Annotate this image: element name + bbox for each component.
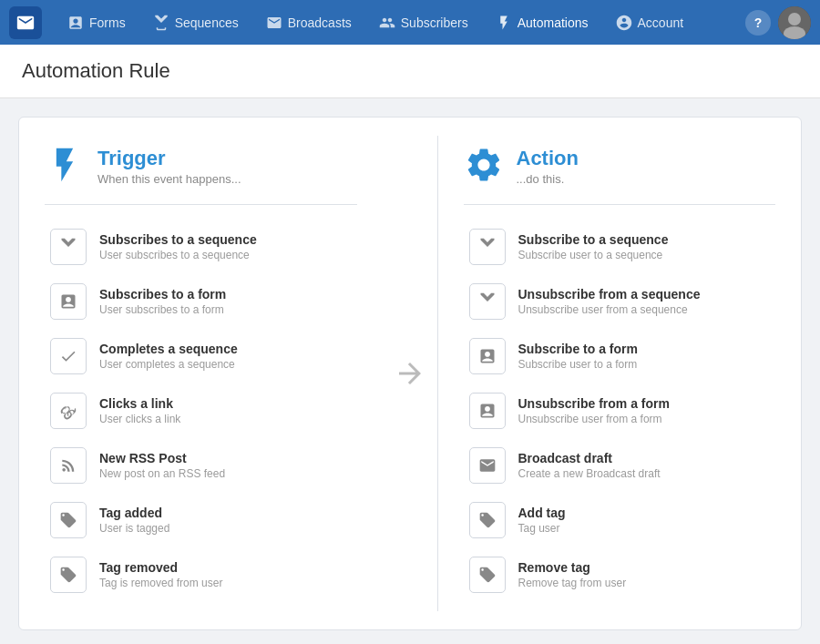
nav-item-subscribers[interactable]: Subscribers: [366, 9, 481, 36]
arrow-connector: [383, 118, 437, 629]
new-rss-text: New RSS Post New post on an RSS feed: [99, 451, 225, 480]
subscribes-form-desc: User subscribes to a form: [99, 303, 226, 316]
svg-point-1: [788, 13, 801, 26]
nav-label-account: Account: [638, 15, 684, 30]
tag-added-desc: User is tagged: [99, 522, 169, 535]
action-separator: [464, 204, 776, 205]
trigger-header: Trigger When this event happens...: [45, 145, 357, 188]
nav-item-forms[interactable]: Forms: [55, 9, 138, 36]
action-panel: Action ...do this. Subscribe to a sequen…: [438, 118, 802, 629]
add-tag-desc: Tag user: [518, 522, 566, 535]
page-title: Automation Rule: [22, 59, 798, 83]
completes-sequence-icon: [50, 338, 87, 374]
completes-sequence-desc: User completes a sequence: [99, 358, 238, 371]
subscribe-form-text: Subscribe to a form Subscribe user to a …: [518, 342, 638, 371]
subscribe-sequence-desc: Subscribe user to a sequence: [518, 249, 669, 261]
subscribe-sequence-text: Subscribe to a sequence Subscribe user t…: [518, 232, 669, 261]
completes-sequence-text: Completes a sequence User completes a se…: [99, 342, 238, 371]
add-tag-text: Add tag Tag user: [518, 506, 566, 535]
broadcast-draft-icon: [469, 447, 506, 484]
svg-point-3: [62, 468, 66, 472]
trigger-title-group: Trigger When this event happens...: [97, 147, 241, 186]
new-rss-desc: New post on an RSS feed: [99, 467, 225, 480]
subscribe-sequence-label: Subscribe to a sequence: [518, 232, 669, 247]
action-title-group: Action ...do this.: [517, 147, 579, 186]
trigger-item-tag-added[interactable]: Tag added User is tagged: [45, 493, 357, 547]
action-header: Action ...do this.: [464, 145, 776, 188]
clicks-link-icon: [50, 393, 87, 429]
action-item-broadcast-draft[interactable]: Broadcast draft Create a new Broadcast d…: [464, 438, 776, 493]
nav-label-sequences: Sequences: [175, 15, 239, 30]
nav-item-automations[interactable]: Automations: [483, 9, 601, 36]
subscribe-form-label: Subscribe to a form: [518, 342, 638, 356]
unsubscribe-form-icon: [469, 393, 506, 429]
unsubscribe-form-label: Unsubscribe from a form: [518, 396, 670, 411]
action-item-unsubscribe-form[interactable]: Unsubscribe from a form Unsubscribe user…: [464, 383, 776, 438]
nav-label-broadcasts: Broadcasts: [288, 15, 352, 30]
trigger-item-tag-removed[interactable]: Tag removed Tag is removed from user: [45, 547, 357, 602]
action-item-unsubscribe-sequence[interactable]: Unsubscribe from a sequence Unsubscribe …: [464, 274, 776, 329]
trigger-item-completes-sequence[interactable]: Completes a sequence User completes a se…: [45, 329, 357, 383]
clicks-link-desc: User clicks a link: [99, 413, 180, 425]
tag-added-text: Tag added User is tagged: [99, 506, 169, 535]
trigger-panel: Trigger When this event happens... Subsc…: [19, 118, 383, 629]
subscribe-form-desc: Subscribe user to a form: [518, 358, 638, 371]
nav-label-subscribers: Subscribers: [401, 15, 468, 30]
tag-removed-trigger-icon: [50, 557, 87, 593]
subscribes-sequence-desc: User subscribes to a sequence: [99, 249, 257, 261]
tag-added-label: Tag added: [99, 506, 169, 520]
remove-tag-text: Remove tag Remove tag from user: [518, 560, 627, 589]
clicks-link-label: Clicks a link: [99, 396, 180, 411]
action-item-add-tag[interactable]: Add tag Tag user: [464, 493, 776, 547]
new-rss-label: New RSS Post: [99, 451, 225, 465]
nav-item-sequences[interactable]: Sequences: [140, 9, 251, 36]
unsubscribe-sequence-icon: [469, 283, 506, 320]
rule-card: Trigger When this event happens... Subsc…: [18, 117, 802, 630]
subscribes-sequence-label: Subscribes to a sequence: [99, 232, 257, 247]
nav-help-button[interactable]: ?: [745, 10, 771, 36]
unsubscribe-sequence-text: Unsubscribe from a sequence Unsubscribe …: [518, 287, 701, 316]
unsubscribe-sequence-desc: Unsubscribe user from a sequence: [518, 303, 701, 316]
action-item-remove-tag[interactable]: Remove tag Remove tag from user: [464, 547, 776, 602]
action-title: Action: [517, 147, 579, 170]
nav-items: Forms Sequences Broadcasts Subscribers A…: [55, 9, 745, 36]
action-item-subscribe-form[interactable]: Subscribe to a form Subscribe user to a …: [464, 329, 776, 383]
tag-removed-trigger-label: Tag removed: [99, 560, 222, 575]
nav-label-forms: Forms: [89, 15, 126, 30]
nav-avatar[interactable]: [778, 6, 811, 39]
nav-item-broadcasts[interactable]: Broadcasts: [253, 9, 364, 36]
add-tag-icon: [469, 502, 506, 538]
broadcast-draft-desc: Create a new Broadcast draft: [518, 467, 661, 480]
unsubscribe-form-text: Unsubscribe from a form Unsubscribe user…: [518, 396, 670, 425]
nav-logo[interactable]: [9, 6, 42, 39]
navbar: Forms Sequences Broadcasts Subscribers A…: [0, 0, 820, 45]
unsubscribe-sequence-label: Unsubscribe from a sequence: [518, 287, 701, 302]
trigger-separator: [45, 204, 357, 205]
action-icon: [464, 145, 504, 188]
remove-tag-label: Remove tag: [518, 560, 627, 575]
trigger-item-subscribes-sequence[interactable]: Subscribes to a sequence User subscribes…: [45, 220, 357, 274]
nav-item-account[interactable]: Account: [603, 9, 697, 36]
clicks-link-text: Clicks a link User clicks a link: [99, 396, 180, 425]
tag-removed-trigger-text: Tag removed Tag is removed from user: [99, 560, 222, 589]
subscribes-form-label: Subscribes to a form: [99, 287, 226, 302]
remove-tag-desc: Remove tag from user: [518, 577, 627, 589]
broadcast-draft-label: Broadcast draft: [518, 451, 661, 465]
trigger-item-clicks-link[interactable]: Clicks a link User clicks a link: [45, 383, 357, 438]
action-item-subscribe-sequence[interactable]: Subscribe to a sequence Subscribe user t…: [464, 220, 776, 274]
page-header: Automation Rule: [0, 45, 820, 98]
tag-added-icon: [50, 502, 87, 538]
content-area: Trigger When this event happens... Subsc…: [0, 98, 820, 644]
trigger-icon: [45, 145, 85, 188]
add-tag-label: Add tag: [518, 506, 566, 520]
trigger-item-subscribes-form[interactable]: Subscribes to a form User subscribes to …: [45, 274, 357, 329]
subscribe-sequence-icon: [469, 229, 506, 265]
subscribes-sequence-icon: [50, 229, 87, 265]
trigger-item-new-rss[interactable]: New RSS Post New post on an RSS feed: [45, 438, 357, 493]
tag-removed-trigger-desc: Tag is removed from user: [99, 577, 222, 589]
trigger-title: Trigger: [97, 147, 241, 170]
broadcast-draft-text: Broadcast draft Create a new Broadcast d…: [518, 451, 661, 480]
nav-right: ?: [745, 6, 811, 39]
subscribe-form-icon: [469, 338, 506, 374]
nav-label-automations: Automations: [518, 15, 589, 30]
